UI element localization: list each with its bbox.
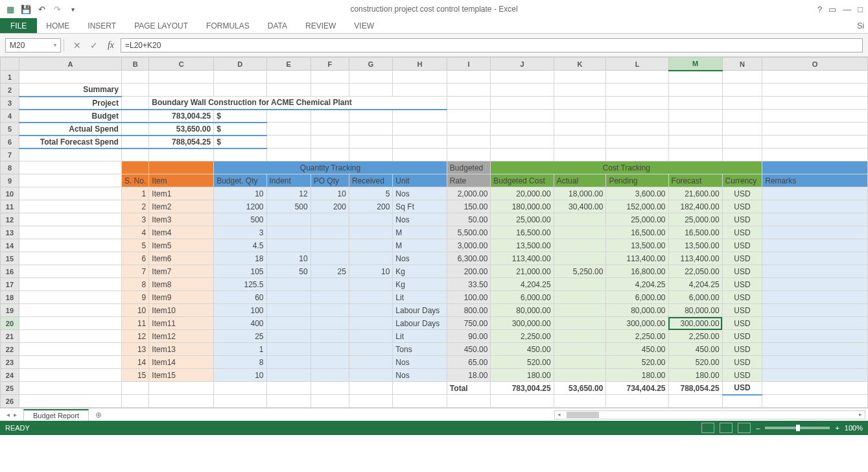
table-row[interactable]: 20,000.00 <box>491 187 554 200</box>
maximize-icon[interactable]: □ <box>858 5 863 14</box>
table-row[interactable]: 9 <box>121 291 148 304</box>
table-row[interactable]: 100 <box>214 304 266 317</box>
help-icon[interactable]: ? <box>817 5 822 14</box>
table-row[interactable]: Labour Days <box>393 304 447 317</box>
table-row[interactable]: Item3 <box>149 213 214 226</box>
table-row[interactable]: 180,000.00 <box>491 200 554 213</box>
table-row[interactable]: 113,400.00 <box>606 252 668 265</box>
table-row[interactable]: 300,000.00 <box>668 317 722 330</box>
row-header-1[interactable]: 1 <box>1 71 19 84</box>
table-row[interactable] <box>311 330 349 343</box>
table-row[interactable]: USD <box>722 317 762 330</box>
table-row[interactable] <box>762 265 868 278</box>
table-row[interactable]: 16,500.00 <box>606 226 668 239</box>
table-row[interactable]: 3,600.00 <box>606 187 668 200</box>
row-header-18[interactable]: 18 <box>1 291 19 304</box>
table-row[interactable]: 800.00 <box>447 304 491 317</box>
table-row[interactable]: 100.00 <box>447 291 491 304</box>
table-row[interactable] <box>554 317 606 330</box>
table-row[interactable] <box>349 369 392 382</box>
table-row[interactable]: 12 <box>266 187 311 200</box>
table-row[interactable]: 4,204.25 <box>668 278 722 291</box>
table-row[interactable] <box>349 278 392 291</box>
table-row[interactable] <box>349 356 392 369</box>
sheet-nav-prev-icon[interactable]: ▸ <box>14 411 17 418</box>
table-row[interactable] <box>311 226 349 239</box>
table-row[interactable]: USD <box>722 343 762 356</box>
table-row[interactable] <box>762 369 868 382</box>
table-row[interactable]: 18.00 <box>447 369 491 382</box>
table-row[interactable]: 13,500.00 <box>668 239 722 252</box>
table-row[interactable] <box>762 356 868 369</box>
table-row[interactable]: USD <box>722 213 762 226</box>
table-row[interactable]: USD <box>722 278 762 291</box>
table-row[interactable] <box>266 291 311 304</box>
table-row[interactable] <box>554 239 606 252</box>
table-row[interactable] <box>266 369 311 382</box>
table-row[interactable]: 13 <box>121 343 148 356</box>
table-row[interactable]: 500 <box>266 200 311 213</box>
table-row[interactable] <box>762 200 868 213</box>
table-row[interactable]: USD <box>722 200 762 213</box>
table-row[interactable]: 33.50 <box>447 278 491 291</box>
table-row[interactable]: Sq Ft <box>393 200 447 213</box>
table-row[interactable] <box>349 226 392 239</box>
table-row[interactable]: 16,500.00 <box>668 226 722 239</box>
row-header-7[interactable]: 7 <box>1 148 19 161</box>
table-row[interactable]: 450.00 <box>668 343 722 356</box>
table-row[interactable]: Item15 <box>149 369 214 382</box>
table-row[interactable] <box>554 226 606 239</box>
table-row[interactable]: Nos <box>393 356 447 369</box>
row-header-9[interactable]: 9 <box>1 174 19 187</box>
table-row[interactable]: 200 <box>311 200 349 213</box>
view-normal-icon[interactable] <box>701 423 714 433</box>
table-row[interactable] <box>311 304 349 317</box>
table-row[interactable]: 200.00 <box>447 265 491 278</box>
table-row[interactable] <box>762 278 868 291</box>
table-row[interactable]: 15 <box>121 369 148 382</box>
table-row[interactable]: 3 <box>121 213 148 226</box>
table-row[interactable]: 10 <box>214 187 266 200</box>
row-header-2[interactable]: 2 <box>1 84 19 97</box>
row-header-24[interactable]: 24 <box>1 369 19 382</box>
col-header-G[interactable]: G <box>349 58 392 71</box>
table-row[interactable] <box>762 304 868 317</box>
table-row[interactable]: 3,000.00 <box>447 239 491 252</box>
table-row[interactable]: Item8 <box>149 278 214 291</box>
table-row[interactable]: 1 <box>121 187 148 200</box>
row-header-15[interactable]: 15 <box>1 252 19 265</box>
col-header-N[interactable]: N <box>722 58 762 71</box>
save-icon[interactable]: 💾 <box>19 3 32 16</box>
table-row[interactable]: 25 <box>214 330 266 343</box>
col-header-C[interactable]: C <box>149 58 214 71</box>
confirm-icon[interactable]: ✓ <box>87 38 101 53</box>
row-header-12[interactable]: 12 <box>1 213 19 226</box>
row-header-8[interactable]: 8 <box>1 161 19 174</box>
table-row[interactable]: 16,500.00 <box>491 226 554 239</box>
table-row[interactable] <box>311 317 349 330</box>
tab-home[interactable]: HOME <box>37 18 78 33</box>
minimize-icon[interactable]: — <box>843 5 851 14</box>
zoom-slider[interactable] <box>765 427 830 429</box>
table-row[interactable]: Item14 <box>149 356 214 369</box>
table-row[interactable]: 18 <box>214 252 266 265</box>
table-row[interactable] <box>266 278 311 291</box>
table-row[interactable] <box>266 330 311 343</box>
table-row[interactable]: 300,000.00 <box>491 317 554 330</box>
table-row[interactable]: 12 <box>121 330 148 343</box>
table-row[interactable]: 25,000.00 <box>606 213 668 226</box>
table-row[interactable] <box>762 343 868 356</box>
table-row[interactable]: USD <box>722 356 762 369</box>
table-row[interactable]: USD <box>722 226 762 239</box>
table-row[interactable]: 125.5 <box>214 278 266 291</box>
row-header-6[interactable]: 6 <box>1 136 19 148</box>
name-box-dropdown-icon[interactable]: ▾ <box>54 42 56 48</box>
table-row[interactable]: Lit <box>393 330 447 343</box>
table-row[interactable]: Item10 <box>149 304 214 317</box>
table-row[interactable]: 2,000.00 <box>447 187 491 200</box>
table-row[interactable]: 152,000.00 <box>606 200 668 213</box>
fx-icon[interactable]: fx <box>104 38 118 53</box>
table-row[interactable] <box>311 291 349 304</box>
row-header-4[interactable]: 4 <box>1 110 19 123</box>
table-row[interactable]: 450.00 <box>606 343 668 356</box>
